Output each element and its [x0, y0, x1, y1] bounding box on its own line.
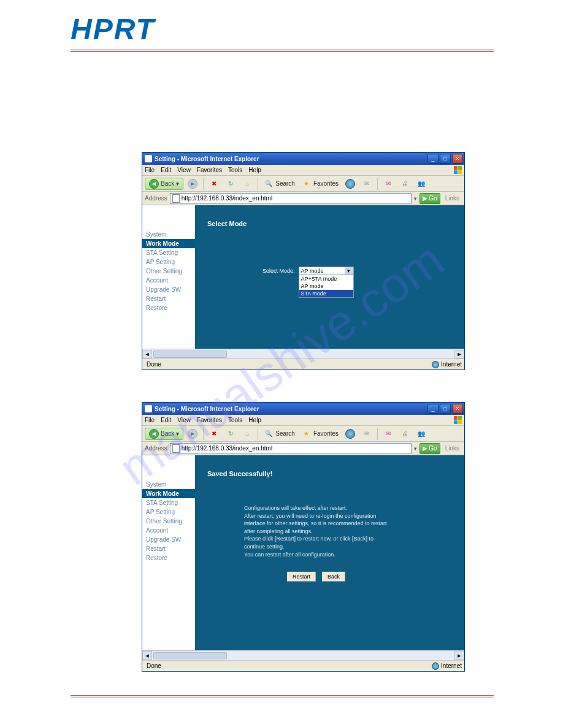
forward-button[interactable]: ►	[185, 428, 200, 440]
menu-file[interactable]: File	[145, 417, 155, 423]
titlebar[interactable]: Setting - Microsoft Internet Explorer _ …	[142, 153, 464, 165]
menu-view[interactable]: View	[177, 417, 191, 423]
sidebar-item-upgradesw[interactable]: Upgrade SW	[142, 285, 195, 294]
search-label: Search	[275, 180, 295, 187]
action-buttons: Restart Back	[287, 572, 345, 582]
sidebar-item-stasetting[interactable]: STA Setting	[142, 498, 195, 507]
stop-button[interactable]: ✖	[207, 428, 221, 440]
mode-option[interactable]: AP+STA mode	[299, 275, 353, 282]
sidebar-item-system[interactable]: System	[142, 480, 195, 489]
favorites-button[interactable]: ★ Favorites	[299, 428, 341, 440]
stop-button[interactable]: ✖	[207, 178, 221, 190]
menu-tools[interactable]: Tools	[228, 417, 242, 423]
menu-view[interactable]: View	[177, 167, 191, 173]
mode-option[interactable]: AP mode	[299, 282, 353, 290]
sidebar-item-account[interactable]: Account	[142, 276, 195, 285]
mode-option[interactable]: STA mode	[299, 290, 353, 297]
minimize-button[interactable]: _	[427, 404, 439, 414]
sidebar-item-restore[interactable]: Restore	[142, 553, 195, 563]
search-button[interactable]: 🔍 Search	[261, 428, 297, 440]
sidebar-item-upgradesw[interactable]: Upgrade SW	[142, 535, 195, 544]
titlebar[interactable]: Setting - Microsoft Internet Explorer _ …	[142, 403, 464, 415]
sidebar-item-system[interactable]: System	[142, 230, 195, 239]
home-button[interactable]: ⌂	[240, 178, 255, 190]
horizontal-scrollbar[interactable]: ◄ ►	[142, 349, 464, 358]
forward-button[interactable]: ►	[185, 178, 200, 190]
address-bar: Address http://192.168.0.33/index_en.htm…	[142, 442, 464, 455]
sidebar-item-apsetting[interactable]: AP Setting	[142, 507, 195, 517]
mail-button[interactable]: ✉	[381, 178, 396, 190]
media-button[interactable]	[343, 428, 358, 440]
scroll-left-icon[interactable]: ◄	[142, 651, 152, 660]
history-button[interactable]: ✉	[359, 178, 374, 190]
go-button[interactable]: ▶ Go	[419, 443, 440, 454]
dropdown-arrow-icon[interactable]: ▾	[345, 267, 353, 275]
scroll-thumb[interactable]	[153, 351, 227, 358]
back-button[interactable]: Back	[322, 572, 345, 582]
back-button[interactable]: ◄ Back ▾	[145, 178, 183, 190]
refresh-button[interactable]: ↻	[223, 178, 238, 190]
toolbar-separator	[258, 178, 258, 190]
go-button[interactable]: ▶ Go	[419, 193, 440, 204]
maximize-button[interactable]: □	[440, 404, 451, 414]
home-button[interactable]: ⌂	[240, 428, 255, 440]
sidebar-item-othersetting[interactable]: Other Setting	[142, 517, 195, 526]
favorites-star-icon: ★	[302, 429, 312, 439]
address-input[interactable]: http://192.168.0.33/index_en.html	[170, 443, 412, 454]
address-bar: Address http://192.168.0.33/index_en.htm…	[142, 192, 464, 205]
sidebar-item-othersetting[interactable]: Other Setting	[142, 267, 195, 276]
print-button[interactable]: 🖨	[397, 178, 412, 190]
menu-edit[interactable]: Edit	[161, 417, 171, 423]
sidebar-item-account[interactable]: Account	[142, 526, 195, 535]
status-done: Done	[147, 662, 161, 669]
window-title: Setting - Microsoft Internet Explorer	[155, 156, 427, 162]
menu-help[interactable]: Help	[248, 417, 261, 423]
menu-favorites[interactable]: Favorites	[197, 167, 222, 173]
brand-logo: HPRT	[71, 12, 494, 46]
close-button[interactable]: ✕	[452, 404, 463, 414]
mail-button[interactable]: ✉	[381, 428, 396, 440]
refresh-button[interactable]: ↻	[223, 428, 238, 440]
horizontal-scrollbar[interactable]: ◄ ►	[142, 650, 464, 660]
restart-button[interactable]: Restart	[287, 572, 316, 582]
scroll-right-icon[interactable]: ►	[454, 350, 464, 358]
messenger-button[interactable]: 👥	[414, 178, 429, 190]
media-button[interactable]	[343, 178, 358, 190]
menu-favorites[interactable]: Favorites	[197, 417, 222, 423]
print-button[interactable]: 🖨	[397, 428, 412, 440]
links-label[interactable]: Links	[443, 195, 462, 202]
history-button[interactable]: ✉	[359, 428, 374, 440]
address-input[interactable]: http://192.168.0.33/index_en.html	[170, 193, 412, 204]
mode-dropdown[interactable]: AP mode ▾ AP+STA mode AP mode STA mode	[299, 267, 354, 298]
favorites-button[interactable]: ★ Favorites	[299, 178, 341, 190]
search-button[interactable]: 🔍 Search	[261, 178, 297, 190]
scroll-right-icon[interactable]: ►	[454, 651, 464, 660]
sidebar-item-restart[interactable]: Restart	[142, 544, 195, 553]
menu-help[interactable]: Help	[248, 167, 261, 173]
sidebar-item-apsetting[interactable]: AP Setting	[142, 257, 195, 267]
sidebar-item-stasetting[interactable]: STA Setting	[142, 248, 195, 257]
favorites-star-icon: ★	[302, 179, 312, 189]
back-dropdown-icon[interactable]: ▾	[176, 180, 179, 187]
back-button[interactable]: ◄ Back ▾	[145, 428, 183, 440]
sidebar-item-restart[interactable]: Restart	[142, 294, 195, 303]
statusbar: Done Internet	[142, 358, 464, 370]
address-label: Address	[145, 195, 167, 202]
maximize-button[interactable]: □	[440, 154, 451, 164]
menu-edit[interactable]: Edit	[161, 167, 171, 173]
back-dropdown-icon[interactable]: ▾	[176, 430, 179, 437]
close-button[interactable]: ✕	[452, 154, 463, 164]
links-label[interactable]: Links	[443, 445, 462, 452]
header-rule	[71, 50, 494, 52]
menu-tools[interactable]: Tools	[228, 167, 242, 173]
scroll-thumb[interactable]	[153, 652, 227, 659]
sidebar-item-workmode[interactable]: Work Mode	[142, 489, 195, 498]
messenger-button[interactable]: 👥	[414, 428, 429, 440]
minimize-button[interactable]: _	[427, 154, 439, 164]
sidebar-item-workmode[interactable]: Work Mode	[142, 239, 195, 248]
sidebar-item-restore[interactable]: Restore	[142, 303, 195, 313]
msg-line: After restart, you will need to re-login…	[244, 512, 404, 520]
scroll-left-icon[interactable]: ◄	[142, 350, 152, 358]
footer-rule	[71, 695, 494, 697]
menu-file[interactable]: File	[145, 167, 155, 173]
